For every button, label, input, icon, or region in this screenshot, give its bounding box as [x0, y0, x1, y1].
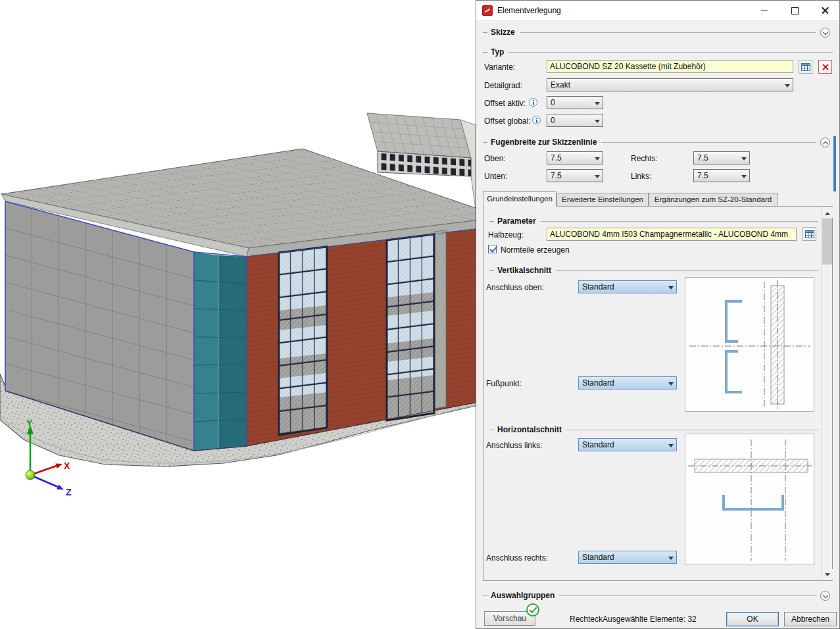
- section-fugenbreite: Fugenbreite zur Skizzenlinie: [483, 137, 830, 147]
- anschluss-links-dropdown[interactable]: Standard: [578, 438, 677, 451]
- vertical-section-preview: [685, 277, 814, 412]
- ok-button[interactable]: OK: [726, 612, 779, 626]
- offset-aktiv-label: Offset aktiv:: [484, 99, 526, 108]
- fugenbreite-collapse-button[interactable]: [820, 138, 830, 147]
- offset-global-info-icon[interactable]: [532, 116, 541, 124]
- links-dropdown[interactable]: 7.5: [693, 169, 750, 182]
- fusspunkt-label: Fußpunkt:: [486, 379, 522, 388]
- axis-y-label: Y: [26, 418, 33, 428]
- section-auswahlgruppen: Auswahlgruppen: [483, 590, 830, 601]
- variante-field[interactable]: ALUCOBOND SZ 20 Kassette (mit Zubehör): [547, 60, 793, 73]
- skizze-expand-button[interactable]: [820, 28, 830, 38]
- arrow-up-icon: [825, 209, 830, 215]
- section-parameter: Parameter: [489, 216, 818, 226]
- table-icon: [801, 63, 810, 71]
- red-x-icon: [822, 63, 829, 71]
- fusspunkt-dropdown[interactable]: Standard: [578, 376, 677, 390]
- halbzeug-label: Halbzeug:: [488, 230, 524, 239]
- tab-grundeinstellungen[interactable]: Grundeinstellungen: [483, 191, 556, 207]
- section-typ-label: Typ: [491, 47, 504, 57]
- preview-check-icon: [526, 603, 539, 616]
- chevron-down-icon: [668, 444, 674, 447]
- status-shape: Rechteck: [570, 615, 603, 624]
- chevron-down-icon: [595, 120, 600, 123]
- anschluss-rechts-dropdown[interactable]: Standard: [578, 551, 677, 564]
- oben-dropdown[interactable]: 7.5: [547, 151, 603, 164]
- variante-clear-button[interactable]: [818, 60, 832, 74]
- maximize-icon: [791, 7, 799, 14]
- chevron-down-icon: [668, 286, 674, 289]
- variante-label: Variante:: [484, 63, 515, 72]
- tab-erweiterte-einstellungen[interactable]: Erweiterte Einstellungen: [556, 193, 649, 206]
- dialog-titlebar[interactable]: Elementverlegung: [476, 1, 839, 21]
- maximize-button[interactable]: [779, 1, 810, 20]
- chevron-down-icon: [595, 157, 600, 161]
- vertical-section-drawing: [685, 278, 814, 411]
- rechts-label: Rechts:: [631, 154, 658, 163]
- chevron-down-icon: [741, 157, 747, 161]
- chevron-down-icon: [668, 557, 674, 560]
- chevron-down-icon: [785, 84, 790, 88]
- application-window: Y X Z Elementverlegung Skizze Typ Var: [0, 0, 840, 629]
- axis-z-label: Z: [66, 487, 72, 497]
- unten-dropdown[interactable]: 7.5: [547, 169, 603, 182]
- arrow-down-icon: [825, 573, 830, 579]
- selected-panel-strip: [194, 252, 247, 451]
- section-parameter-label: Parameter: [497, 216, 536, 226]
- anschluss-oben-dropdown[interactable]: Standard: [578, 280, 677, 293]
- anschluss-links-label: Anschluss links:: [486, 441, 542, 450]
- building-render: Y X Z: [0, 0, 476, 629]
- section-vertikalschnitt: Vertikalschnitt: [489, 265, 818, 276]
- detailgrad-dropdown[interactable]: Exakt: [547, 78, 793, 91]
- scrollbar-thumb[interactable]: [822, 218, 832, 264]
- offset-global-label: Offset global:: [484, 116, 531, 126]
- abbrechen-button[interactable]: Abbrechen: [784, 612, 837, 626]
- auswahlgruppen-expand-button[interactable]: [820, 591, 830, 601]
- section-auswahlgruppen-label: Auswahlgruppen: [491, 591, 555, 600]
- offset-aktiv-info-icon[interactable]: [529, 98, 537, 107]
- scroll-up-button[interactable]: [822, 207, 833, 218]
- app-icon: [482, 5, 493, 16]
- facade-corner-column: [434, 230, 446, 409]
- dialog-title: Elementverlegung: [497, 6, 561, 15]
- section-fugenbreite-label: Fugenbreite zur Skizzenlinie: [491, 138, 597, 147]
- normteile-label: Normteile erzeugen: [501, 245, 570, 255]
- oben-label: Oben:: [484, 154, 506, 163]
- axis-x-label: X: [64, 461, 70, 471]
- halbzeug-field[interactable]: ALUCOBOND 4mm I503 Champagnermetallic - …: [547, 228, 797, 241]
- chevron-down-icon: [595, 175, 600, 178]
- normteile-checkbox[interactable]: [488, 245, 497, 253]
- status-selected-count: Ausgewählte Elemente: 32: [603, 615, 697, 624]
- close-button[interactable]: [810, 1, 840, 20]
- 3d-viewport[interactable]: Y X Z: [0, 0, 476, 629]
- table-icon: [805, 230, 814, 238]
- minimize-button[interactable]: [749, 1, 779, 20]
- minimize-icon: [761, 11, 768, 11]
- detailgrad-label: Detailgrad:: [484, 81, 522, 90]
- section-highlight-bar: [833, 136, 836, 191]
- halbzeug-browse-button[interactable]: [803, 227, 816, 241]
- rechts-dropdown[interactable]: 7.5: [693, 151, 750, 164]
- horizontal-section-drawing: [685, 434, 814, 565]
- section-skizze-label: Skizze: [491, 28, 515, 37]
- window-strip-1: [279, 247, 327, 435]
- links-label: Links:: [631, 172, 651, 181]
- anschluss-oben-label: Anschluss oben:: [486, 283, 544, 292]
- section-typ: Typ: [483, 47, 833, 57]
- chevron-down-icon: [595, 102, 600, 105]
- window-strip-2: [387, 234, 434, 420]
- tab-ergaenzungen-sz20[interactable]: Ergänzungen zum SZ-20-Standard: [649, 193, 778, 206]
- chevron-down-icon: [741, 175, 747, 178]
- scroll-down-button[interactable]: [822, 569, 833, 580]
- panel-scrollbar[interactable]: [821, 207, 832, 580]
- elementverlegung-dialog: Elementverlegung Skizze Typ Variante: AL…: [476, 0, 840, 629]
- offset-aktiv-dropdown[interactable]: 0: [547, 96, 603, 109]
- variante-browse-button[interactable]: [799, 60, 812, 74]
- horizontal-section-preview: [685, 434, 814, 565]
- anschluss-rechts-label: Anschluss rechts:: [486, 553, 548, 563]
- chevron-down-icon: [668, 382, 674, 386]
- offset-global-dropdown[interactable]: 0: [547, 114, 603, 127]
- section-vertikalschnitt-label: Vertikalschnitt: [497, 266, 551, 275]
- section-skizze: Skizze: [483, 27, 830, 38]
- unten-label: Unten:: [484, 172, 507, 181]
